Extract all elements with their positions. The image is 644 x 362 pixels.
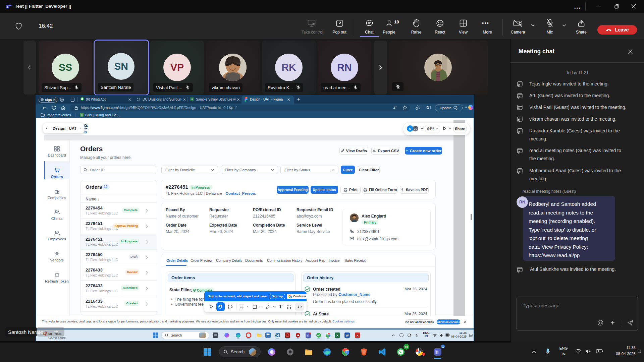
svg-text:2: 2 [310,333,311,335]
svg-text:T: T [7,5,8,8]
svg-text:X: X [336,334,338,337]
svg-text:T: T [436,351,438,354]
svg-text:A: A [357,334,359,337]
svg-text:T: T [307,335,309,337]
svg-text:W: W [346,334,349,337]
